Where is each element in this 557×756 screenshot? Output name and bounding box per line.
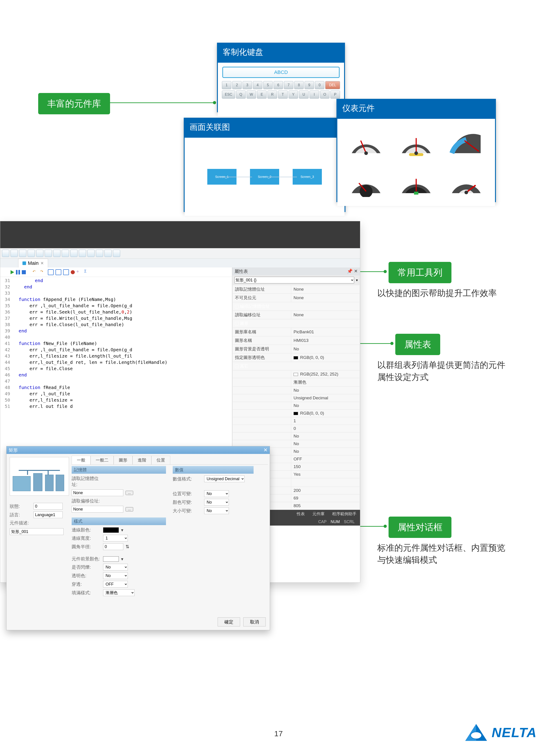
pause-icon[interactable]: [16, 270, 20, 274]
browse-button[interactable]: …: [125, 507, 133, 512]
pin-icon[interactable]: 📌 ✕: [347, 268, 358, 274]
radius-input[interactable]: [103, 543, 123, 550]
undo-icon[interactable]: ↶: [33, 269, 38, 275]
toolbar-button[interactable]: [87, 250, 94, 257]
diagram-node[interactable]: Screen_3: [293, 169, 322, 185]
close-icon[interactable]: ✕: [40, 261, 44, 266]
tool-icon[interactable]: ⟐: [77, 269, 82, 275]
toolbar-button[interactable]: [62, 250, 69, 257]
property-dialog: 矩形 ✕ 狀態: 語言: 元件描述: 一般 一般二 圖形 進階 位置 記憶體 讀…: [6, 446, 270, 630]
cancel-button[interactable]: 取消: [243, 617, 266, 627]
svg-point-1: [364, 151, 368, 155]
redo-icon[interactable]: ↷: [40, 269, 46, 275]
border-width-select[interactable]: 1: [103, 535, 128, 542]
run-icon[interactable]: [10, 270, 14, 274]
panel-title: 客制化键盘: [217, 43, 345, 62]
dialog-title: 矩形: [9, 447, 18, 453]
browse-button[interactable]: …: [125, 491, 133, 495]
ribbon: [0, 221, 360, 248]
label: 透明色:: [71, 573, 101, 579]
toolbar-strip: [0, 248, 360, 259]
toolbar-button[interactable]: [70, 250, 78, 257]
dialog-tab[interactable]: 位置: [151, 456, 170, 464]
label: 大小可變:: [173, 508, 202, 514]
toolbar-button[interactable]: [96, 250, 103, 257]
callout-desc: 标准的元件属性对话框、内置预览与快速编辑模式: [377, 542, 507, 566]
color-select[interactable]: No: [204, 499, 229, 505]
keyboard-display[interactable]: ABCD: [222, 67, 340, 78]
group-value: 數值: [173, 466, 254, 474]
grad-select[interactable]: OFF: [103, 581, 128, 587]
dialog-tab[interactable]: 一般: [71, 456, 90, 464]
dialog-tab[interactable]: 一般二: [90, 456, 114, 464]
toolbar-button[interactable]: [53, 250, 60, 257]
status-scrl: SCRL: [344, 520, 355, 524]
ok-button[interactable]: 確定: [217, 617, 240, 627]
fill-select[interactable]: 漸層色: [103, 589, 135, 596]
callout-desc: 以快捷的图示帮助提升工作效率: [377, 287, 503, 299]
gauge-icon: [444, 165, 489, 200]
toolbar-button[interactable]: [105, 250, 112, 257]
element-selector[interactable]: 矩形_001 {}: [234, 277, 354, 284]
panel-title: 仪表元件: [336, 99, 496, 118]
label: 讀取記憶體位址:: [71, 475, 101, 488]
flash-select[interactable]: No: [103, 564, 128, 571]
svg-rect-15: [45, 475, 54, 491]
gauge-icon: [393, 125, 439, 160]
callout-desc: 以群组表列清单提供更简洁的元件属性设定方式: [377, 359, 507, 383]
step-icon[interactable]: [48, 269, 54, 275]
toolbar-button[interactable]: [45, 250, 52, 257]
color-swatch[interactable]: [103, 527, 119, 533]
toolbar-button[interactable]: [113, 250, 120, 257]
step-icon[interactable]: [56, 269, 61, 275]
callout-toolbar: 常用工具列: [388, 262, 451, 283]
tray-tab[interactable]: 元件庫: [309, 510, 328, 518]
chevron-down-icon[interactable]: ▾: [356, 278, 358, 282]
close-icon[interactable]: ✕: [263, 447, 267, 453]
tab-main[interactable]: Main ✕: [18, 259, 48, 267]
fmt-select[interactable]: Unsigned Decimal: [204, 475, 244, 482]
callout-proptable: 属性表: [395, 334, 440, 355]
chevron-down-icon[interactable]: ▾: [121, 556, 123, 562]
tool-icon[interactable]: Σ: [84, 269, 90, 275]
label-lang: 語言:: [10, 512, 31, 518]
svg-rect-14: [33, 473, 42, 491]
toolbar-button[interactable]: [79, 250, 86, 257]
brand-text: NELTA: [492, 725, 537, 740]
offset-input[interactable]: [71, 506, 123, 513]
dialog-tab[interactable]: 圖形: [114, 456, 133, 464]
label: 位置可變:: [173, 491, 202, 497]
toolbar-button[interactable]: [28, 250, 35, 257]
connector-line: [101, 103, 215, 103]
elem-input[interactable]: [10, 528, 64, 535]
gauge-icon: [343, 165, 389, 200]
panel-custom-keyboard: 客制化键盘 ABCD 1234567890DEL ESCQWERTYUIOP: [217, 43, 345, 112]
pos-select[interactable]: No: [204, 490, 229, 497]
chevron-down-icon[interactable]: ▾: [121, 527, 123, 533]
transp-select[interactable]: No: [103, 572, 128, 579]
svg-rect-16: [56, 475, 64, 491]
breakpoint-icon[interactable]: [71, 270, 75, 274]
toolbar-button[interactable]: [2, 250, 9, 257]
lang-input[interactable]: [33, 512, 63, 518]
page-number: 17: [274, 729, 283, 738]
gauge-icon: [343, 125, 389, 160]
label: 邊線顏色:: [71, 527, 101, 533]
step-icon[interactable]: [63, 269, 69, 275]
state-input[interactable]: [33, 503, 63, 510]
toolbar-button[interactable]: [10, 250, 18, 257]
tray-tab[interactable]: 性表: [293, 510, 309, 518]
tray-tab[interactable]: 程序範例助手: [329, 510, 360, 518]
size-select[interactable]: No: [204, 507, 229, 514]
preview-image: [10, 459, 69, 494]
stop-icon[interactable]: [22, 270, 26, 274]
addr-input[interactable]: [71, 489, 123, 496]
label-elem: 元件描述:: [10, 520, 31, 526]
toolbar-button[interactable]: [19, 250, 26, 257]
toolbar-button[interactable]: [36, 250, 43, 257]
panel-screen-diagram: 画面关联图 Screen_1 Screen_2 Screen_3: [184, 118, 346, 212]
color-swatch[interactable]: [103, 556, 119, 562]
panel-title: 画面关联图: [184, 118, 346, 137]
dialog-tab[interactable]: 進階: [133, 456, 151, 464]
stepper-icon[interactable]: ⇅: [125, 544, 129, 549]
